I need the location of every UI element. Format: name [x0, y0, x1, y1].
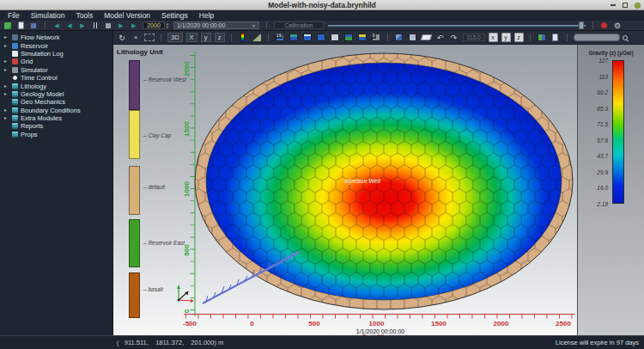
sidebar-item-grid[interactable]: ▸ Grid	[0, 58, 112, 65]
axis-flag-x-button[interactable]: x	[489, 33, 498, 42]
stop-button[interactable]	[104, 21, 112, 30]
spinner-arrows[interactable]: ▲▼	[166, 22, 169, 29]
sidebar-item-simulation-log[interactable]: Simulation Log	[0, 50, 112, 58]
x-tick-1500: 1500	[431, 320, 447, 328]
window-controls	[611, 0, 641, 10]
sidebar-item-props[interactable]: Props	[0, 131, 112, 138]
play-button[interactable]: ▶	[78, 21, 87, 30]
pause-button[interactable]	[91, 21, 100, 30]
sidebar-item-extra-modules[interactable]: ▸ Extra Modules	[0, 114, 112, 122]
show-regions-button[interactable]	[343, 33, 354, 43]
datetime-dropdown[interactable]: 1/1/2020 00:00:00 ▼	[173, 21, 259, 29]
record-button[interactable]	[600, 21, 609, 30]
visible-layers-icon: 19	[276, 34, 284, 41]
expand-arrow-icon[interactable]: ▸	[4, 90, 9, 98]
time-slider[interactable]	[328, 21, 586, 29]
open-file-icon	[18, 21, 24, 29]
skip-to-start-button[interactable]: ◀	[52, 21, 61, 30]
menu-help[interactable]: Help	[199, 11, 214, 20]
timestep-spinner[interactable]	[143, 21, 165, 29]
show-mesh-button[interactable]	[289, 33, 299, 43]
grid-3d-button[interactable]	[394, 33, 404, 43]
status-bar: ( 911.511, 1811.372, 201.000) m License …	[0, 335, 644, 349]
viewport-3d[interactable]: 2000 1500 1000 500 0 -500 0 500 1000	[113, 45, 644, 335]
colorbar-toggle-button[interactable]	[238, 33, 248, 43]
record-icon	[601, 22, 607, 28]
log-icon	[12, 51, 18, 57]
step-forward-button[interactable]: ▶	[117, 21, 125, 30]
sidebar-item-boundary-conditions[interactable]: ▸ Boundary Conditions	[0, 107, 112, 114]
lithology-band-clay-cap	[129, 110, 140, 159]
sidebar-item-geology-model[interactable]: ▸ Geology Model	[0, 90, 112, 98]
report-button[interactable]	[550, 33, 561, 43]
expand-arrow-icon[interactable]: ▸	[4, 83, 9, 90]
menu-model-version[interactable]: Model Version	[104, 11, 150, 20]
pause-icon	[94, 22, 98, 28]
search-icon[interactable]	[623, 35, 628, 40]
open-button[interactable]	[16, 21, 25, 30]
cross-section-button[interactable]	[422, 33, 432, 43]
search-input[interactable]	[574, 34, 620, 41]
visible-layers-button[interactable]: 19	[275, 33, 285, 43]
rubber-band-zoom-button[interactable]	[144, 34, 155, 41]
axis-flag-z-button[interactable]: z	[514, 33, 524, 42]
show-contacts-button[interactable]	[357, 33, 368, 43]
clear-selection-button[interactable]: ×	[131, 33, 141, 43]
menu-tools[interactable]: Tools	[76, 11, 93, 20]
chevron-down-icon: ▼	[252, 23, 256, 28]
view-y-button[interactable]: y	[201, 33, 211, 42]
expand-arrow-icon[interactable]: ▸	[4, 58, 9, 65]
show-wells-button[interactable]	[316, 33, 326, 43]
reservoir-icon	[12, 43, 18, 49]
calibration-button[interactable]: Calibration	[274, 21, 324, 29]
sidebar-item-reservoir[interactable]: ▸ Reservoir	[0, 41, 112, 49]
rotate-ccw-button[interactable]: ↶	[435, 33, 446, 43]
skip-to-end-button[interactable]: ▶	[130, 21, 138, 30]
expand-arrow-icon[interactable]: ▸	[4, 34, 9, 41]
terrain-slope-button[interactable]	[252, 33, 262, 43]
east-axis-title: East (X)	[362, 334, 385, 335]
x-tick-500: 500	[308, 320, 320, 328]
grid-outline-button[interactable]	[408, 33, 418, 43]
show-surfaces-button[interactable]	[330, 33, 340, 43]
rotate-cw-button[interactable]: ↷	[449, 33, 459, 43]
sidebar-item-geo-mechanics[interactable]: Geo Mechanics	[0, 98, 112, 106]
slider-handle[interactable]	[579, 21, 584, 29]
sidebar-item-time-control[interactable]: Time Control	[0, 74, 112, 82]
expand-arrow-icon[interactable]: ▸	[4, 66, 9, 74]
property-grid-button[interactable]	[537, 33, 547, 43]
step-back-button[interactable]: ◀	[65, 21, 74, 30]
contacts-layer-icon	[358, 34, 367, 41]
view-3d-button[interactable]: 3D	[167, 33, 183, 42]
minimize-icon[interactable]	[611, 4, 616, 6]
expand-arrow-icon[interactable]: ▸	[4, 114, 9, 122]
maximize-icon[interactable]	[623, 3, 628, 8]
axis-flag-y-button[interactable]: y	[501, 33, 511, 42]
settings-button[interactable]: ⚙	[613, 21, 622, 30]
sidebar-item-flow-network[interactable]: ▸ Flow Network	[0, 34, 112, 41]
sidebar-item-simulator[interactable]: ▸ Simulator	[0, 66, 112, 74]
model-mesh[interactable]	[195, 53, 573, 309]
expand-arrow-icon[interactable]: ▸	[4, 42, 9, 50]
reset-view-button[interactable]: ↻	[117, 33, 127, 43]
save-button[interactable]	[29, 21, 38, 30]
view-x-button[interactable]: X	[186, 33, 197, 42]
hidden-layers-button[interactable]: 0	[371, 33, 381, 43]
menu-simulation[interactable]: Simulation	[31, 11, 65, 20]
sidebar-item-reports[interactable]: Reports	[0, 122, 112, 130]
separator	[266, 21, 267, 29]
menu-settings[interactable]: Settings	[161, 11, 188, 20]
menu-file[interactable]: File	[8, 11, 20, 20]
rotation-angle-field[interactable]	[463, 34, 485, 41]
sidebar-item-lithology[interactable]: ▸ Lithology	[0, 82, 112, 89]
expand-arrow-icon[interactable]: ▸	[4, 107, 9, 114]
colorbar-icon	[240, 33, 245, 42]
show-faults-button[interactable]	[302, 33, 313, 43]
close-icon[interactable]	[635, 3, 641, 9]
grid-icon	[12, 58, 18, 64]
separator	[45, 21, 46, 29]
new-model-button[interactable]	[3, 21, 12, 30]
title-bar: Model-with-noisy-data.brynhild	[0, 0, 644, 10]
layers-icon	[12, 83, 18, 89]
view-z-button[interactable]: z	[215, 33, 225, 42]
